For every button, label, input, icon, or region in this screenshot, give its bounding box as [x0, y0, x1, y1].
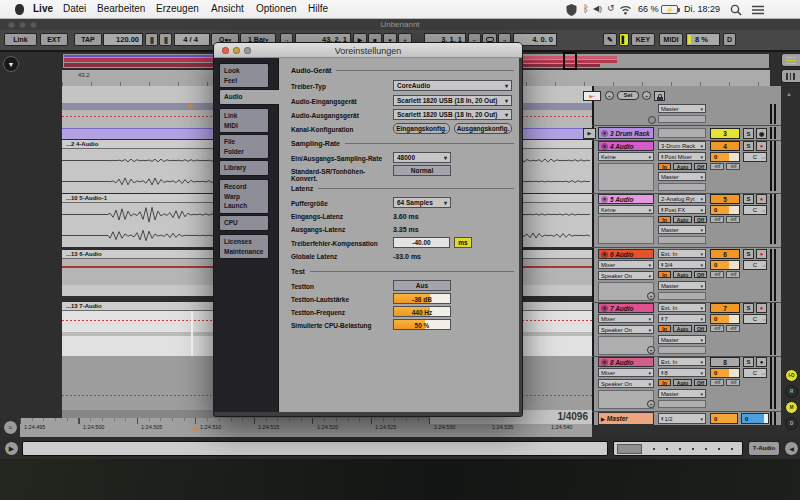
speaker-dropdown[interactable]: Speaker On	[598, 379, 654, 388]
tap-tempo-button[interactable]: TAP	[74, 33, 102, 46]
overview-tab-icon[interactable]	[781, 53, 800, 67]
pan-control[interactable]: C	[743, 368, 767, 378]
tab-audio[interactable]: Audio	[219, 89, 279, 105]
output-dropdown[interactable]: Master	[658, 335, 706, 344]
nudge-up-icon[interactable]: |||	[159, 33, 172, 46]
volume-slider[interactable]: 0	[710, 368, 740, 378]
driver-dropdown[interactable]: CoreAudio	[393, 80, 512, 91]
track-activator[interactable]: 4	[710, 141, 740, 151]
arm-button[interactable]: ●	[756, 194, 767, 204]
unfold-icon[interactable]: ▼	[601, 305, 608, 312]
compensation-unit-button[interactable]: ms	[454, 237, 472, 248]
track-header[interactable]: ▼5 Audio	[598, 194, 654, 204]
set-locator-button[interactable]: Set	[617, 91, 639, 100]
monitor-auto-button[interactable]: Auto	[673, 163, 692, 170]
delay-section-toggle[interactable]: D	[785, 417, 798, 430]
menubar-clock[interactable]: Di. 18:29	[684, 4, 720, 14]
notification-center-icon[interactable]	[752, 5, 764, 15]
io-section-toggle[interactable]: I-O	[785, 369, 798, 382]
monitor-off-button[interactable]: Off	[694, 163, 707, 170]
tab-cpu[interactable]: CPU	[219, 215, 269, 231]
samplerate-dropdown[interactable]: 48000	[393, 152, 451, 163]
output-point-dropdown[interactable]: Post FX	[658, 205, 706, 214]
audio-to-dropdown[interactable]: Mixer	[598, 260, 654, 269]
volume-icon[interactable]: ◀)	[593, 4, 602, 13]
input-channel-dropdown[interactable]: 2-Analog Ryt	[658, 194, 706, 203]
menu-optionen[interactable]: Optionen	[256, 3, 297, 14]
arm-button[interactable]: ●	[756, 357, 767, 367]
tab-record-warp-launch[interactable]: RecordWarpLaunch	[219, 179, 269, 214]
add-icon[interactable]: +	[647, 346, 655, 354]
add-locator-icon-2[interactable]: +	[642, 91, 651, 100]
nudge-down-icon[interactable]: |||	[145, 33, 158, 46]
follow-mode-icon[interactable]: ▌	[619, 33, 629, 46]
pan-control[interactable]: C	[743, 205, 767, 215]
unfold-icon[interactable]: ▼	[601, 130, 608, 137]
input-device-dropdown[interactable]: Scarlett 1820 USB (18 In, 20 Out)	[393, 95, 512, 106]
arm-button[interactable]: ●	[756, 141, 767, 151]
unfold-icon[interactable]: ▼	[601, 143, 608, 150]
volume-slider[interactable]: 0	[710, 205, 740, 215]
monitor-in-button[interactable]: In	[658, 163, 671, 170]
output-device-dropdown[interactable]: Scarlett 1820 USB (18 In, 20 Out)	[393, 109, 512, 120]
cue-volume[interactable]: 0	[741, 413, 769, 424]
output-dropdown[interactable]: Master	[658, 389, 706, 398]
menu-ansicht[interactable]: Ansicht	[211, 3, 244, 14]
volume-slider[interactable]: 0	[710, 314, 740, 324]
pan-control[interactable]: C	[743, 152, 767, 162]
menu-bearbeiten[interactable]: Bearbeiten	[97, 3, 145, 14]
automation-wave-icon[interactable]: ≈	[3, 420, 18, 435]
overview-view-box[interactable]	[563, 52, 577, 70]
track-activator[interactable]: 6	[710, 249, 740, 259]
track-header[interactable]: ▼6 Audio	[598, 249, 654, 259]
draw-mode-icon[interactable]: ✎	[603, 33, 617, 46]
scroll-up-icon[interactable]: ▲	[786, 91, 792, 97]
midi-map-button[interactable]: MIDI	[659, 33, 683, 46]
lock-icon[interactable]	[654, 91, 665, 101]
track-activator[interactable]: 7	[710, 303, 740, 313]
output-point-dropdown[interactable]: Post Mixer	[658, 152, 706, 161]
track-activator[interactable]: 5	[710, 194, 740, 204]
tab-file-folder[interactable]: FileFolder	[219, 134, 269, 159]
menu-erzeugen[interactable]: Erzeugen	[156, 3, 199, 14]
tab-look-feel[interactable]: LookFeel	[219, 63, 269, 88]
tab-licenses-maintenance[interactable]: LicensesMaintenance	[219, 234, 269, 259]
track-header[interactable]: ▼4 Audio	[598, 141, 654, 151]
monitor-auto-button[interactable]: Auto	[673, 216, 692, 223]
track-activator[interactable]: 3	[710, 128, 740, 139]
tab-library[interactable]: Library	[219, 160, 269, 176]
zoom-slider[interactable]	[613, 441, 743, 456]
returns-section-toggle[interactable]: R	[785, 385, 798, 398]
testtone-button[interactable]: Aus	[393, 280, 451, 291]
unfold-icon[interactable]: ▼	[601, 359, 608, 366]
input-type-dropdown[interactable]: Ext. In	[658, 303, 706, 312]
monitor-in-button[interactable]: In	[658, 216, 671, 223]
output-dropdown[interactable]: Master	[658, 281, 706, 290]
preview-play-icon[interactable]: ▶	[4, 441, 19, 456]
apple-menu-icon[interactable]	[15, 4, 24, 15]
fold-arrangement-icon[interactable]: ▼	[3, 56, 19, 72]
volume-slider[interactable]: 0	[710, 152, 740, 162]
zoom-preset-button[interactable]: 7-Audio	[748, 441, 780, 456]
monitor-in-button[interactable]: In	[658, 271, 671, 278]
input-channel-dropdown[interactable]: 7	[658, 314, 706, 323]
speaker-dropdown[interactable]: Speaker On	[598, 325, 654, 334]
spotlight-search-icon[interactable]	[730, 4, 742, 16]
master-out-dropdown[interactable]: Master	[658, 104, 706, 113]
shield-icon[interactable]	[566, 4, 577, 16]
tempo-display[interactable]: 120.00	[103, 33, 143, 46]
collapse-left-icon[interactable]: ◀	[784, 441, 799, 456]
input-type-dropdown[interactable]: Ext. In	[658, 249, 706, 258]
arm-button[interactable]: ●	[756, 249, 767, 259]
locator-marker-icon[interactable]	[189, 103, 194, 109]
input-config-button[interactable]: Eingangskonfig.	[393, 123, 450, 134]
track-header[interactable]: ▼7 Audio	[598, 303, 654, 313]
key-map-button[interactable]: KEY	[631, 33, 655, 46]
input-channel-dropdown[interactable]: 3/4	[658, 260, 706, 269]
disk-overload-indicator[interactable]: D	[723, 33, 736, 46]
prefs-titlebar[interactable]: Voreinstellungen	[214, 43, 522, 58]
monitor-auto-button[interactable]: Auto	[673, 379, 692, 386]
mixer-section-toggle[interactable]: M	[785, 401, 798, 414]
wifi-icon[interactable]	[619, 5, 632, 15]
testtone-frequency-slider[interactable]: 440 Hz	[393, 306, 451, 317]
